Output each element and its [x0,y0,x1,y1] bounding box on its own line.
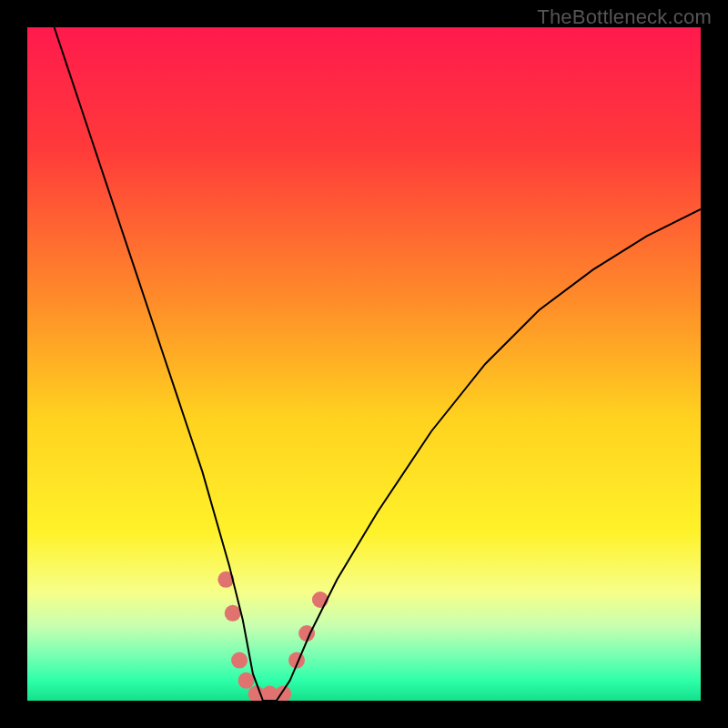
watermark-text: TheBottleneck.com [537,5,712,29]
marker-point [238,672,255,689]
chart-frame: TheBottleneck.com [0,0,728,728]
bottleneck-chart [0,0,728,728]
marker-point [225,605,241,622]
marker-point [231,652,248,669]
gradient-background [27,27,701,701]
